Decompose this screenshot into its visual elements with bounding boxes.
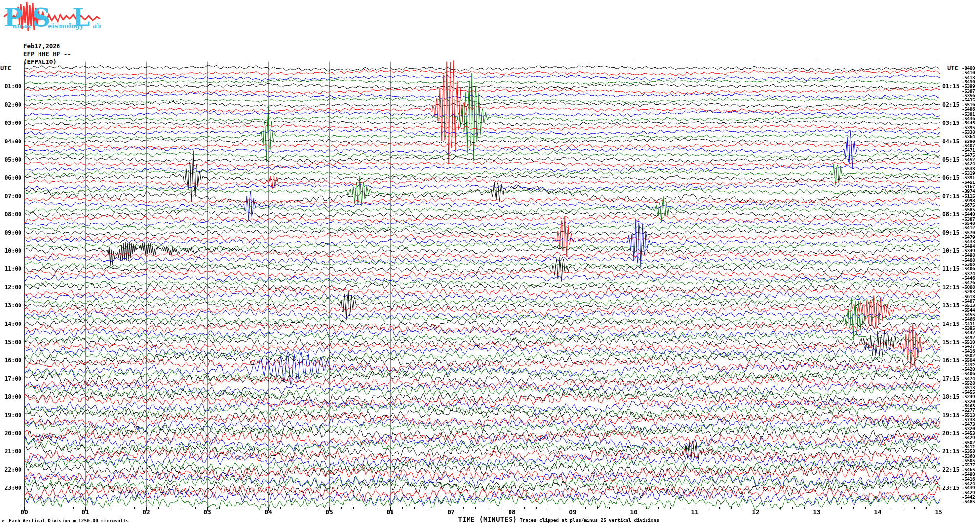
scale-note: Each Vertical Division = 1250.00 microvo… — [9, 518, 129, 523]
hour-label-right: 23:15 — [942, 485, 964, 491]
trace-end-value: -5490 — [962, 472, 980, 476]
hour-label-left: 04:00 — [0, 138, 21, 145]
trace-end-value: -5471 — [962, 148, 980, 152]
trace-end-value: -5439 — [962, 486, 980, 490]
hour-label-right: 22:15 — [942, 466, 964, 473]
trace-end-value: -5528 — [962, 381, 980, 385]
minute-tick-label: 04 — [261, 508, 275, 516]
hour-label-right: 17:15 — [942, 375, 964, 382]
trace-end-value: -5440 — [962, 212, 980, 216]
trace-end-value: -5249 — [962, 394, 980, 399]
hour-label-left: 02:00 — [0, 101, 21, 108]
trace-end-value: -5424 — [962, 162, 980, 166]
seismogram-canvas — [0, 0, 980, 527]
minute-tick-label: 08 — [505, 508, 519, 516]
minute-tick-label: 11 — [687, 508, 702, 516]
hour-label-left: 06:00 — [0, 174, 21, 181]
hour-label-right: 04:15 — [942, 138, 964, 145]
minute-tick-label: 12 — [748, 508, 763, 516]
hour-label-left: 16:00 — [0, 357, 21, 364]
trace-end-value: -5283 — [962, 289, 980, 294]
hour-label-right: 08:15 — [942, 211, 964, 218]
trace-end-value: -5277 — [962, 408, 980, 412]
hour-label-left: 11:00 — [0, 265, 21, 272]
hour-label-right: 12:15 — [942, 284, 964, 291]
minute-tick-label: 07 — [444, 508, 458, 516]
hour-label-right: 02:15 — [942, 101, 964, 108]
trace-end-value: -5442 — [962, 330, 980, 335]
hour-label-right: 05:15 — [942, 156, 964, 163]
trace-end-value: -5513 — [962, 303, 980, 307]
trace-end-value: -5412 — [962, 225, 980, 230]
hour-label-left: 18:00 — [0, 393, 21, 400]
hour-label-right: 20:15 — [942, 430, 964, 437]
hour-label-right: 06:15 — [942, 174, 964, 181]
minute-tick-label: 13 — [809, 508, 824, 516]
hour-label-left: 21:00 — [0, 448, 21, 455]
footer-mark: M — [2, 519, 4, 523]
trace-end-value: -5498 — [962, 253, 980, 257]
minute-tick-label: 09 — [566, 508, 580, 516]
hour-label-left: 01:00 — [0, 83, 21, 90]
minute-tick-label: 10 — [627, 508, 641, 516]
helicorder-page: P atras S eismology L ab Feb17,2026 EFP … — [0, 0, 980, 527]
trace-end-value: -5473 — [962, 422, 980, 426]
hour-label-right: 14:15 — [942, 321, 964, 327]
hour-label-right: 21:15 — [942, 448, 964, 455]
hour-label-right: 09:15 — [942, 229, 964, 236]
trace-end-value: -5486 — [962, 107, 980, 111]
trace-end-value: -5998 — [962, 198, 980, 203]
minute-tick-label: 03 — [200, 508, 215, 516]
hour-label-left: 15:00 — [0, 339, 21, 345]
hour-label-left: 07:00 — [0, 193, 21, 200]
hour-label-right: 13:15 — [942, 302, 964, 309]
hour-label-left: 14:00 — [0, 321, 21, 327]
hour-label-left: 13:00 — [0, 302, 21, 309]
minute-tick-label: 06 — [383, 508, 397, 516]
minute-tick-label: 02 — [139, 508, 154, 516]
hour-label-right: 10:15 — [942, 247, 964, 254]
hour-label-left: 05:00 — [0, 156, 21, 163]
minute-tick-label: 05 — [322, 508, 336, 516]
trace-end-value: -5433 — [962, 239, 980, 243]
hour-label-left: 19:00 — [0, 412, 21, 419]
hour-label-left: 10:00 — [0, 247, 21, 254]
trace-end-value: -5485 — [962, 499, 980, 504]
hour-label-left: 03:00 — [0, 120, 21, 126]
hour-label-left: 09:00 — [0, 229, 21, 236]
hour-label-left: 20:00 — [0, 430, 21, 437]
hour-label-right: 01:15 — [942, 83, 964, 90]
hour-label-right: 16:15 — [942, 357, 964, 364]
minute-tick-label: 14 — [870, 508, 885, 516]
minute-tick-label: 15 — [931, 508, 946, 516]
minute-tick-label: 01 — [78, 508, 93, 516]
hour-label-right: 03:15 — [942, 120, 964, 126]
clip-note: Traces clipped at plus/minus 25 vertical… — [520, 517, 659, 523]
hour-label-right: 11:15 — [942, 265, 964, 272]
trace-end-value: -5429 — [962, 435, 980, 440]
hour-label-left: 17:00 — [0, 375, 21, 382]
hour-label-left: 22:00 — [0, 466, 21, 473]
trace-end-value: -5466 — [962, 317, 980, 321]
trace-end-value: -5364 — [962, 134, 980, 139]
trace-end-value: -5437 — [962, 344, 980, 348]
hour-label-right: 19:15 — [942, 412, 964, 419]
hour-label-right: 15:15 — [942, 339, 964, 345]
trace-end-value: -5410 — [962, 70, 980, 75]
hour-label-right: 18:15 — [942, 393, 964, 400]
hour-label-left: 23:00 — [0, 485, 21, 491]
hour-label-left: 12:00 — [0, 284, 21, 291]
hour-label-left: 08:00 — [0, 211, 21, 218]
trace-end-value: -5445 — [962, 121, 980, 125]
minute-tick-label: 00 — [17, 508, 32, 516]
hour-label-right: 07:15 — [942, 193, 964, 200]
